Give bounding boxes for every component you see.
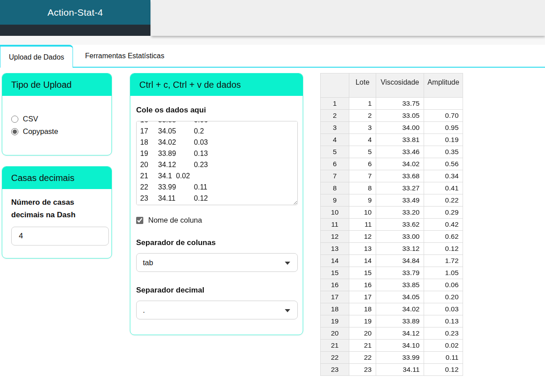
data-cell[interactable]: 0.70 [424, 110, 463, 122]
data-cell[interactable]: 0.03 [424, 303, 463, 315]
radio-csv[interactable] [11, 116, 18, 123]
decimal-separator-dropdown[interactable]: . [136, 301, 298, 319]
data-cell[interactable]: 0.11 [424, 352, 463, 364]
data-cell[interactable]: 0.95 [424, 122, 463, 134]
data-cell[interactable]: 18 [349, 303, 376, 315]
data-cell[interactable]: 34.05 [376, 291, 424, 303]
table-row: 131333.120.12 [321, 243, 463, 255]
column-header-lote: Lote [349, 73, 376, 98]
data-cell[interactable]: 33.89 [376, 315, 424, 327]
radio-option-copypaste[interactable]: Copypaste [11, 127, 103, 136]
data-cell[interactable]: 33.79 [376, 267, 424, 279]
data-cell[interactable]: 7 [349, 170, 376, 182]
data-cell[interactable]: 34.02 [376, 158, 424, 170]
data-cell[interactable]: 0.19 [424, 134, 463, 146]
app-header: Action-Stat-4 [0, 0, 545, 36]
data-cell[interactable]: 0.02 [424, 340, 463, 352]
data-cell[interactable]: 3 [349, 122, 376, 134]
data-cell[interactable]: 0.06 [424, 279, 463, 291]
table-row: 151533.791.05 [321, 267, 463, 279]
data-cell[interactable]: 22 [349, 352, 376, 364]
header-gray-panel [151, 0, 545, 36]
data-cell[interactable]: 33.27 [376, 182, 424, 194]
data-cell[interactable]: 8 [349, 182, 376, 194]
data-cell[interactable]: 4 [349, 134, 376, 146]
data-cell[interactable]: 0.42 [424, 219, 463, 231]
table-row: 101033.200.29 [321, 207, 463, 219]
data-cell[interactable]: 11 [349, 219, 376, 231]
data-cell[interactable]: 21 [349, 340, 376, 352]
data-cell[interactable]: 6 [349, 158, 376, 170]
data-cell[interactable]: 19 [349, 315, 376, 327]
data-cell[interactable]: 33.85 [376, 279, 424, 291]
data-cell[interactable]: 33.75 [376, 98, 424, 110]
data-cell[interactable]: 34.10 [376, 340, 424, 352]
table-row: 232334.110.12 [321, 364, 463, 376]
data-cell[interactable] [424, 98, 463, 110]
data-cell[interactable]: 1.72 [424, 255, 463, 267]
data-cell[interactable]: 0.34 [424, 170, 463, 182]
data-cell[interactable]: 0.20 [424, 291, 463, 303]
column-names-checkbox-row[interactable]: Nome de coluna [136, 216, 297, 224]
row-index-cell: 7 [321, 170, 349, 182]
data-cell[interactable]: 34.02 [376, 303, 424, 315]
row-index-cell: 1 [321, 98, 349, 110]
table-header-row: Lote Viscosidade Amplitude [321, 73, 463, 98]
data-cell[interactable]: 5 [349, 146, 376, 158]
paste-textarea-label: Cole os dados aqui [136, 104, 297, 116]
data-cell[interactable]: 20 [349, 327, 376, 340]
tab-ferramentas-estatisticas[interactable]: Ferramentas Estatísticas [73, 45, 176, 67]
data-cell[interactable]: 34.84 [376, 255, 424, 267]
data-cell[interactable]: 1.05 [424, 267, 463, 279]
data-cell[interactable]: 0.29 [424, 207, 463, 219]
data-cell[interactable]: 33.68 [376, 170, 424, 182]
data-cell[interactable]: 12 [349, 231, 376, 243]
data-cell[interactable]: 34.00 [376, 122, 424, 134]
upload-type-card-header: Tipo de Upload [2, 73, 112, 96]
data-cell[interactable]: 33.49 [376, 194, 424, 207]
data-cell[interactable]: 0.56 [424, 158, 463, 170]
data-cell[interactable]: 33.62 [376, 219, 424, 231]
data-cell[interactable]: 17 [349, 291, 376, 303]
data-cell[interactable]: 34.12 [376, 327, 424, 340]
decimals-input[interactable] [11, 227, 109, 246]
app-title: Action-Stat-4 [47, 7, 103, 18]
data-cell[interactable]: 33.46 [376, 146, 424, 158]
data-cell[interactable]: 9 [349, 194, 376, 207]
data-cell[interactable]: 16 [349, 279, 376, 291]
data-cell[interactable]: 14 [349, 255, 376, 267]
data-cell[interactable]: 33.20 [376, 207, 424, 219]
tabs-rest: Ferramentas Estatísticas [73, 45, 545, 68]
column-names-checkbox[interactable] [136, 217, 143, 224]
data-cell[interactable]: 0.23 [424, 327, 463, 340]
paste-textarea[interactable] [136, 121, 298, 205]
data-cell[interactable]: 33.05 [376, 110, 424, 122]
decimals-card-header: Casas decimais [2, 167, 112, 189]
data-cell[interactable]: 33.81 [376, 134, 424, 146]
data-cell[interactable]: 0.35 [424, 146, 463, 158]
radio-copypaste[interactable] [11, 128, 18, 135]
data-cell[interactable]: 2 [349, 110, 376, 122]
data-cell[interactable]: 13 [349, 243, 376, 255]
row-index-cell: 5 [321, 146, 349, 158]
data-cell[interactable]: 0.62 [424, 231, 463, 243]
table-row: 1133.75 [321, 98, 463, 110]
data-cell[interactable]: 33.12 [376, 243, 424, 255]
data-cell[interactable]: 33.00 [376, 231, 424, 243]
radio-option-csv[interactable]: CSV [11, 115, 103, 123]
data-cell[interactable]: 0.13 [424, 315, 463, 327]
data-cell[interactable]: 10 [349, 207, 376, 219]
tab-upload-de-dados[interactable]: Upload de Dados [0, 45, 73, 68]
data-cell[interactable]: 23 [349, 364, 376, 376]
data-cell[interactable]: 34.11 [376, 364, 424, 376]
data-cell[interactable]: 0.12 [424, 364, 463, 376]
tabs-bar: Upload de Dados Ferramentas Estatísticas [0, 45, 545, 68]
data-cell[interactable]: 0.41 [424, 182, 463, 194]
brand-dark-stripe [0, 25, 150, 36]
column-separator-dropdown[interactable]: tab [136, 253, 298, 272]
data-cell[interactable]: 0.22 [424, 194, 463, 207]
data-cell[interactable]: 1 [349, 98, 376, 110]
data-cell[interactable]: 0.12 [424, 243, 463, 255]
data-cell[interactable]: 33.99 [376, 352, 424, 364]
data-cell[interactable]: 15 [349, 267, 376, 279]
